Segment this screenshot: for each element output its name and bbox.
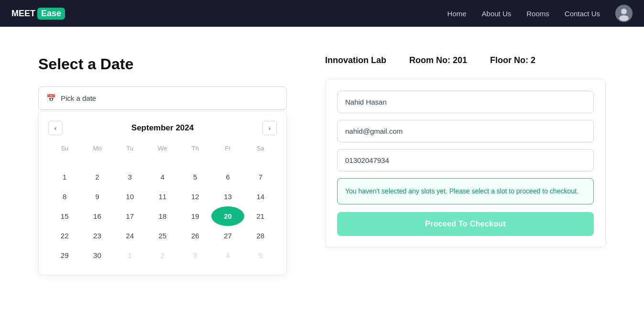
calendar-day[interactable]: 16 (81, 206, 113, 226)
calendar-day[interactable]: 11 (146, 187, 179, 206)
calendar-day: 2 (146, 246, 179, 265)
calendar-day[interactable]: 30 (81, 246, 113, 265)
calendar-day: 3 (179, 246, 211, 265)
nav-rooms[interactable]: Rooms (526, 10, 549, 18)
user-avatar[interactable] (615, 5, 633, 22)
logo[interactable]: MEET Ease (11, 8, 65, 20)
nav-links: Home About Us Rooms Contact Us (448, 5, 633, 22)
calendar-day[interactable]: 4 (146, 167, 179, 187)
calendar-day[interactable]: 2 (81, 167, 113, 187)
calendar-day[interactable]: 21 (244, 206, 277, 226)
calendar-day[interactable]: 29 (48, 246, 81, 265)
calendar-day[interactable]: 5 (179, 167, 211, 187)
room-name: Innovation Lab (325, 55, 386, 65)
calendar-day (179, 158, 211, 167)
logo-meet-text: MEET (11, 9, 35, 19)
calendar-day: 4 (211, 246, 244, 265)
day-header: Mo (81, 145, 113, 158)
calendar-day[interactable]: 28 (244, 226, 277, 246)
nav-about[interactable]: About Us (482, 10, 512, 18)
day-header: Fr (211, 145, 244, 158)
calendar-day (244, 158, 277, 167)
room-number: Room No: 201 (409, 55, 467, 65)
logo-ease-text: Ease (37, 8, 65, 20)
calendar-day[interactable]: 17 (114, 206, 146, 226)
day-header: Su (48, 145, 81, 158)
day-header: Th (179, 145, 211, 158)
calendar-icon: 📅 (46, 94, 56, 103)
name-input[interactable] (337, 91, 594, 113)
page-title: Select a Date (38, 55, 287, 73)
phone-input[interactable] (337, 149, 594, 171)
calendar-day[interactable]: 18 (146, 206, 179, 226)
calendar-day[interactable]: 26 (179, 226, 211, 246)
nav-home[interactable]: Home (448, 10, 467, 18)
date-picker-label: Pick a date (61, 94, 96, 102)
day-header: We (146, 145, 179, 158)
calendar-day: 5 (244, 246, 277, 265)
calendar-month-year: September 2024 (131, 123, 194, 133)
floor-number: Floor No: 2 (490, 55, 535, 65)
calendar-day (48, 158, 81, 167)
calendar-day[interactable]: 10 (114, 187, 146, 206)
calendar-day[interactable]: 25 (146, 226, 179, 246)
nav-contact[interactable]: Contact Us (565, 10, 600, 18)
calendar-day (146, 158, 179, 167)
calendar-day[interactable]: 9 (81, 187, 113, 206)
right-panel: Innovation Lab Room No: 201 Floor No: 2 … (325, 55, 606, 275)
main-content: Select a Date 📅 Pick a date ‹ September … (0, 27, 644, 294)
calendar-day[interactable]: 3 (114, 167, 146, 187)
calendar-day[interactable]: 19 (179, 206, 211, 226)
calendar-day[interactable]: 22 (48, 226, 81, 246)
svg-point-2 (619, 15, 629, 21)
email-input[interactable] (337, 120, 594, 142)
prev-month-button[interactable]: ‹ (48, 121, 63, 135)
left-panel: Select a Date 📅 Pick a date ‹ September … (38, 55, 287, 275)
svg-point-1 (621, 9, 627, 14)
calendar-grid: SuMoTuWeThFrSa12345678910111213141516171… (48, 145, 277, 265)
calendar-day[interactable]: 13 (211, 187, 244, 206)
navbar: MEET Ease Home About Us Rooms Contact Us (0, 0, 644, 27)
calendar-day[interactable]: 23 (81, 226, 113, 246)
date-picker-input[interactable]: 📅 Pick a date (38, 86, 287, 110)
booking-form: You haven't selected any slots yet. Plea… (325, 79, 606, 248)
calendar-header: ‹ September 2024 › (48, 121, 277, 135)
calendar-day[interactable]: 7 (244, 167, 277, 187)
checkout-button[interactable]: Proceed To Checkout (337, 212, 594, 236)
calendar-day[interactable]: 20 (211, 206, 244, 226)
calendar-day[interactable]: 1 (48, 167, 81, 187)
calendar-day[interactable]: 12 (179, 187, 211, 206)
calendar-day[interactable]: 24 (114, 226, 146, 246)
calendar-day[interactable]: 6 (211, 167, 244, 187)
day-header: Sa (244, 145, 277, 158)
calendar-day: 1 (114, 246, 146, 265)
calendar-day[interactable]: 27 (211, 226, 244, 246)
next-month-button[interactable]: › (262, 121, 277, 135)
slot-notice: You haven't selected any slots yet. Plea… (337, 178, 594, 204)
calendar-day[interactable]: 8 (48, 187, 81, 206)
calendar-day (211, 158, 244, 167)
calendar-day[interactable]: 15 (48, 206, 81, 226)
calendar-day (81, 158, 113, 167)
calendar-day[interactable]: 14 (244, 187, 277, 206)
day-header: Tu (114, 145, 146, 158)
calendar: ‹ September 2024 › SuMoTuWeThFrSa1234567… (38, 111, 287, 275)
calendar-day (114, 158, 146, 167)
room-info: Innovation Lab Room No: 201 Floor No: 2 (325, 55, 606, 65)
